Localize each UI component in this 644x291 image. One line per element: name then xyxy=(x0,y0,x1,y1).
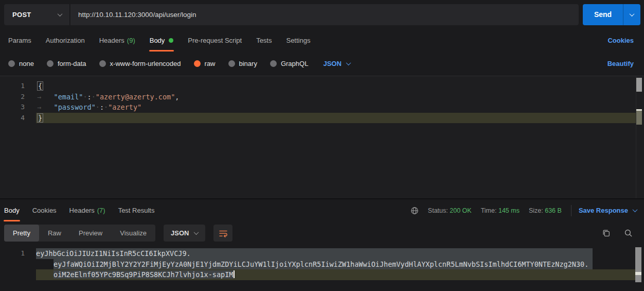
tab-settings[interactable]: Settings xyxy=(286,29,310,52)
line-number: 3 xyxy=(0,102,25,113)
raw-language-select[interactable]: JSON xyxy=(323,60,350,67)
view-raw[interactable]: Raw xyxy=(39,225,70,242)
chevron-down-icon xyxy=(346,60,351,65)
radio-circle-icon xyxy=(270,60,277,67)
chevron-down-icon xyxy=(633,207,638,212)
send-button[interactable]: Send xyxy=(583,4,640,25)
jwt-token-segment: eyJfaWQiOiI2MjBlY2Y2Y2FiMjEyYzA0NjE1Yjdm… xyxy=(53,259,588,270)
code-line: 3 → "password"·:·"azerty" xyxy=(0,102,644,113)
time-badge: Time: 145 ms xyxy=(481,207,520,214)
open-brace: { xyxy=(37,81,43,91)
word-wrap-icon xyxy=(219,229,228,237)
beautify-link[interactable]: Beautify xyxy=(607,60,634,67)
json-key: "password" xyxy=(54,103,96,111)
json-value: "azerty@azerty.com" xyxy=(96,93,175,101)
jwt-token-segment: oiM2eElnf05YPc9BSq9PiP8S8KCJh7lvhjo1x-sa… xyxy=(53,270,234,279)
request-tabs: Params Authorization Headers(9) Body Pre… xyxy=(0,29,644,52)
response-view-switcher: Pretty Raw Preview Visualize xyxy=(4,225,155,242)
response-line-wrapped-current: oiM2eElnf05YPc9BSq9PiP8S8KCJh7lvhjo1x-sa… xyxy=(0,269,644,280)
request-url-bar: POST http://10.10.11.120:3000/api/user/l… xyxy=(0,0,644,29)
tab-authorization[interactable]: Authorization xyxy=(46,29,85,52)
jwt-token-segment: eyJhbGciOiJIUzI1NiIsInR5cCI6IkpXVCJ9. xyxy=(36,248,191,259)
view-pretty[interactable]: Pretty xyxy=(4,225,39,242)
line-number: 4 xyxy=(0,113,25,124)
radio-circle-icon xyxy=(228,60,235,67)
save-response-button[interactable]: Save Response xyxy=(579,207,637,214)
radio-circle-icon xyxy=(47,60,53,67)
line-number: 2 xyxy=(0,92,25,102)
scrollbar-cursor-marker xyxy=(635,272,641,275)
radio-selected-icon xyxy=(194,60,201,67)
response-toolbar: Pretty Raw Preview Visualize JSON xyxy=(0,221,644,245)
indent-arrow: → xyxy=(37,93,54,101)
chevron-down-icon xyxy=(58,11,63,16)
radio-binary[interactable]: binary xyxy=(228,60,257,67)
copy-icon[interactable] xyxy=(602,229,611,237)
code-line-current: 4 } xyxy=(0,113,644,124)
tab-body[interactable]: Body xyxy=(150,29,174,52)
send-options-button[interactable] xyxy=(623,4,640,25)
editor-scrollbar[interactable] xyxy=(636,78,642,125)
response-tabs: Body Cookies Headers(7) Test Results Sta… xyxy=(0,199,644,221)
response-format-select[interactable]: JSON xyxy=(164,225,205,242)
chevron-down-icon xyxy=(194,230,199,235)
line-number: 1 xyxy=(0,248,25,259)
vertical-divider xyxy=(571,205,571,216)
indent-arrow: → xyxy=(37,103,54,111)
json-key: "email" xyxy=(54,93,83,101)
size-badge: Size: 636 B xyxy=(529,207,562,214)
view-preview[interactable]: Preview xyxy=(70,225,111,242)
send-button-label: Send xyxy=(583,4,623,25)
word-wrap-button[interactable] xyxy=(213,225,232,242)
radio-form-data[interactable]: form-data xyxy=(47,60,86,67)
cookies-link[interactable]: Cookies xyxy=(607,37,634,44)
http-method-select[interactable]: POST xyxy=(4,4,70,25)
cursor-position-marker xyxy=(636,109,642,125)
radio-graphql[interactable]: GraphQL xyxy=(270,60,308,67)
response-tab-cookies[interactable]: Cookies xyxy=(32,199,57,221)
view-visualize[interactable]: Visualize xyxy=(111,225,155,242)
line-number: 1 xyxy=(0,81,25,92)
response-tab-test-results[interactable]: Test Results xyxy=(118,199,155,221)
close-brace: } xyxy=(37,113,43,123)
radio-circle-icon xyxy=(8,60,15,67)
code-line: 1 { xyxy=(0,81,644,92)
response-actions xyxy=(602,229,633,237)
response-line: 1 eyJhbGciOiJIUzI1NiIsInR5cCI6IkpXVCJ9. xyxy=(0,248,644,259)
body-mode-row: none form-data x-www-form-urlencoded raw… xyxy=(0,52,644,75)
tab-pre-request-script[interactable]: Pre-request Script xyxy=(188,29,242,52)
http-method-label: POST xyxy=(12,11,31,19)
response-body[interactable]: 1 eyJhbGciOiJIUzI1NiIsInR5cCI6IkpXVCJ9. … xyxy=(0,245,644,280)
tab-headers[interactable]: Headers(9) xyxy=(99,29,135,52)
response-line-wrapped: eyJfaWQiOiI2MjBlY2Y2Y2FiMjEyYzA0NjE1Yjdm… xyxy=(0,259,644,270)
body-modified-dot xyxy=(169,38,173,43)
response-meta: Status: 200 OK Time: 145 ms Size: 636 B … xyxy=(410,205,637,216)
scrollbar-thumb[interactable] xyxy=(636,78,642,92)
tab-params[interactable]: Params xyxy=(8,29,31,52)
chevron-down-icon xyxy=(630,11,635,16)
json-value: "azerty" xyxy=(108,103,141,111)
search-icon[interactable] xyxy=(624,229,633,237)
response-headers-count: (7) xyxy=(97,199,105,221)
response-scrollbar[interactable] xyxy=(635,247,641,282)
response-tab-body[interactable]: Body xyxy=(4,199,20,221)
request-body-editor[interactable]: 1 { 2 → "email"·:·"azerty@azerty.com", 3… xyxy=(0,76,644,198)
radio-circle-icon xyxy=(99,60,106,67)
code-line: 2 → "email"·:·"azerty@azerty.com", xyxy=(0,92,644,102)
network-globe-icon[interactable] xyxy=(410,207,419,215)
url-input[interactable]: http://10.10.11.120:3000/api/user/login xyxy=(70,4,579,25)
current-line-highlight xyxy=(36,113,636,124)
tab-tests[interactable]: Tests xyxy=(256,29,272,52)
text-cursor xyxy=(234,270,235,278)
response-tab-headers[interactable]: Headers(7) xyxy=(69,199,105,221)
headers-count: (9) xyxy=(127,29,135,52)
radio-x-www-form-urlencoded[interactable]: x-www-form-urlencoded xyxy=(99,60,181,67)
radio-raw[interactable]: raw xyxy=(194,60,216,67)
response-pane: Body Cookies Headers(7) Test Results Sta… xyxy=(0,198,644,291)
radio-none[interactable]: none xyxy=(8,60,34,67)
active-tab-underline xyxy=(4,220,20,221)
status-badge: Status: 200 OK xyxy=(428,207,472,214)
